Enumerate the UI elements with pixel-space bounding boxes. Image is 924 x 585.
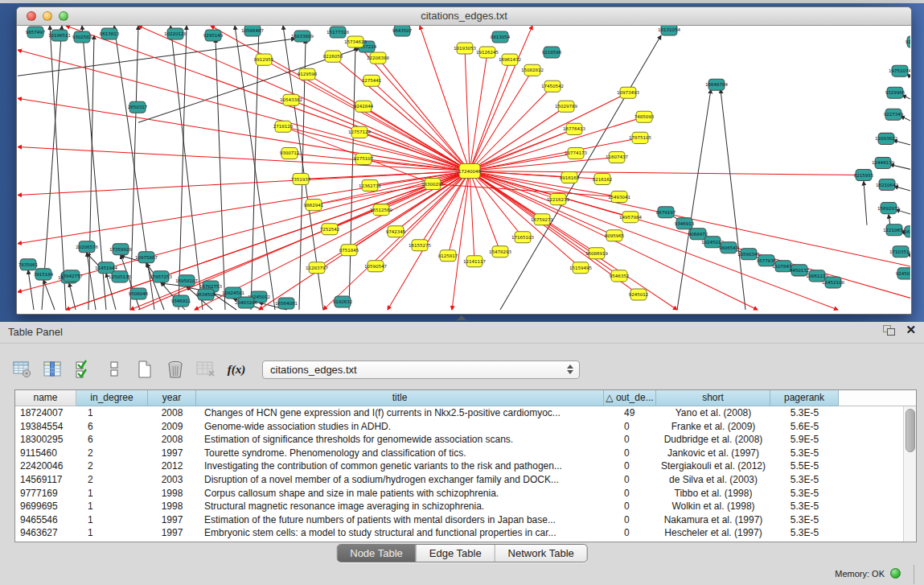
table-row[interactable]: 1938455462009Genome-wide association stu… — [15, 420, 904, 434]
graph-node[interactable]: 10543382 — [280, 94, 302, 105]
column-header-in_degree[interactable]: in_degree — [76, 390, 148, 406]
graph-node[interactable]: 19126245 — [476, 47, 499, 58]
graph-node[interactable]: 8751845 — [339, 245, 359, 256]
graph-edge[interactable] — [677, 89, 711, 310]
graph-node[interactable]: 16776413 — [563, 123, 585, 134]
graph-node[interactable]: 3915184 — [34, 269, 54, 280]
network-canvas[interactable]: 9857497101965119302583861381310220128929… — [18, 26, 910, 311]
graph-edge[interactable] — [378, 58, 470, 171]
graph-node[interactable]: 9129598 — [298, 68, 318, 80]
graph-node[interactable]: 15478293 — [489, 246, 511, 257]
graph-node[interactable]: 12206388 — [367, 52, 389, 64]
graph-node[interactable]: 8215955 — [854, 170, 874, 181]
column-header-out_de[interactable]: △ out_de... — [604, 390, 656, 406]
graph-node[interactable]: 12216231 — [547, 194, 569, 205]
graph-node[interactable]: 15082812 — [521, 64, 544, 76]
graph-node[interactable]: 10973493 — [617, 87, 639, 98]
graph-edge[interactable] — [69, 283, 76, 310]
graph-edge[interactable] — [211, 26, 470, 171]
memory-status[interactable]: Memory: OK — [835, 568, 901, 579]
graph-edge[interactable] — [66, 26, 470, 171]
select-columns-button[interactable] — [71, 357, 97, 381]
graph-edge[interactable] — [18, 146, 470, 171]
graph-edge[interactable] — [291, 100, 470, 171]
graph-node[interactable]: 9634509 — [196, 289, 216, 300]
graph-node[interactable]: 9806543 — [719, 242, 739, 253]
graph-node[interactable]: 18131054 — [658, 26, 680, 35]
show-columns-button[interactable] — [40, 357, 66, 381]
graph-node[interactable]: 9643507 — [392, 26, 413, 36]
graph-node[interactable]: 17875105 — [629, 132, 651, 143]
graph-node[interactable]: 2650317 — [128, 101, 148, 113]
graph-node[interactable]: 18300295 — [421, 179, 444, 190]
graph-edge[interactable] — [323, 171, 470, 310]
graph-edge[interactable] — [452, 171, 470, 310]
graph-node[interactable]: 15493041 — [608, 192, 630, 203]
graph-node[interactable]: 16564081 — [275, 298, 298, 309]
table-row[interactable]: 1830029562008Estimation of significance … — [15, 433, 904, 447]
graph-node[interactable]: 8916163 — [560, 172, 580, 183]
graph-node[interactable]: 8226058 — [323, 51, 343, 62]
graph-node[interactable]: 17103514 — [889, 246, 910, 257]
graph-node[interactable]: 16210643 — [876, 179, 898, 191]
graph-edge[interactable] — [18, 50, 470, 171]
graph-node[interactable]: 8095965 — [605, 230, 625, 241]
graph-node[interactable]: 16086919 — [585, 248, 608, 259]
graph-node[interactable]: 9857497 — [26, 27, 46, 38]
graph-edge[interactable] — [18, 171, 470, 196]
graph-edge[interactable] — [470, 52, 487, 171]
table-row[interactable]: 1872400712008Changes of HCN gene express… — [15, 406, 904, 420]
float-panel-button[interactable] — [883, 325, 894, 336]
column-header-pagerank[interactable]: pagerank — [770, 390, 839, 406]
graph-edge[interactable] — [283, 126, 470, 171]
graph-node[interactable]: 9192632 — [333, 296, 352, 307]
graph-node[interactable]: 8216162 — [593, 174, 612, 185]
table-row[interactable]: 969969511998Structural magnetic resonanc… — [15, 500, 904, 513]
graph-edge[interactable] — [470, 171, 474, 262]
graph-node[interactable]: 17359928 — [109, 244, 132, 255]
graph-node[interactable]: 8125817 — [438, 250, 458, 262]
graph-edge[interactable] — [170, 26, 203, 310]
graph-node[interactable]: 16033809 — [291, 31, 314, 42]
graph-edge[interactable] — [893, 140, 910, 146]
graph-edge[interactable] — [896, 210, 910, 216]
graph-node[interactable]: 17450542 — [541, 80, 564, 92]
graph-node[interactable]: 16648784 — [705, 79, 728, 90]
function-builder-button[interactable]: f(x) — [224, 357, 249, 381]
graph-node[interactable]: 9273441 — [906, 36, 910, 47]
table-row[interactable]: 911546021997Tourette syndrome. Phenomeno… — [15, 447, 904, 460]
graph-node[interactable]: 9742345 — [386, 226, 406, 237]
graph-edge[interactable] — [890, 164, 910, 171]
graph-edge[interactable] — [721, 89, 745, 310]
column-header-title[interactable]: title — [196, 390, 604, 406]
graph-node[interactable]: 14957984 — [619, 212, 642, 223]
splitter-handle[interactable] — [457, 315, 466, 320]
graph-node[interactable]: 9227349 — [884, 109, 904, 120]
graph-node[interactable]: 7351937 — [291, 174, 311, 185]
graph-node[interactable]: 8679197 — [656, 207, 676, 218]
delete-table-button[interactable] — [193, 357, 219, 381]
graph-node[interactable]: 19751074 — [889, 65, 910, 76]
table-row[interactable]: 2242004622012Investigating the contribut… — [15, 459, 904, 473]
graph-edge[interactable] — [433, 184, 619, 197]
table-scrollbar-thumb[interactable] — [906, 409, 915, 452]
table-row[interactable]: 946554611997Estimation of the future num… — [15, 513, 904, 527]
graph-node[interactable]: 18193053 — [454, 43, 476, 54]
graph-node[interactable]: 12444139 — [872, 157, 894, 168]
column-header-short[interactable]: short — [656, 390, 770, 406]
clear-selection-button[interactable] — [101, 357, 127, 381]
graph-node[interactable]: 7252542 — [320, 224, 339, 235]
graph-node[interactable]: 8613813 — [100, 28, 120, 39]
table-row[interactable]: 946362711997Embryonic stem cells: a mode… — [15, 526, 904, 540]
tab-edge-table[interactable]: Edge Table — [416, 545, 495, 562]
graph-edge[interactable] — [470, 171, 677, 310]
graph-edge[interactable] — [470, 171, 581, 268]
graph-node[interactable]: 9508046 — [129, 288, 149, 299]
graph-edge[interactable] — [448, 171, 470, 256]
graph-node[interactable]: 17957253 — [150, 271, 172, 282]
graph-edge[interactable] — [216, 39, 225, 310]
table-mode-button[interactable] — [10, 357, 35, 381]
graph-node[interactable]: 12362731 — [359, 180, 381, 192]
graph-node[interactable]: 8912955 — [254, 54, 274, 65]
graph-node[interactable]: 11283797 — [306, 262, 328, 274]
